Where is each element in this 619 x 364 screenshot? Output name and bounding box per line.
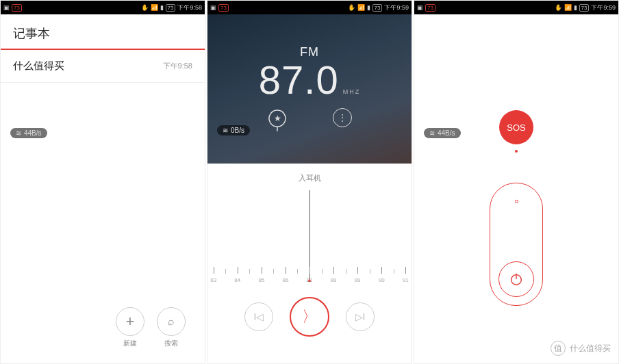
remote-led-icon bbox=[515, 200, 518, 203]
wifi-icon: 📶 bbox=[151, 4, 158, 11]
remote-control bbox=[490, 183, 543, 306]
battery-badge-left: 73 bbox=[12, 4, 22, 12]
indicator-dot bbox=[515, 150, 518, 153]
net-speed-badge: ≋ 44B/s bbox=[10, 128, 47, 138]
statusbar: ▣ 73 ✋ 📶 ▮ 73 下午9:59 bbox=[207, 1, 412, 14]
phone-notes: ▣ 73 ✋ 📶 ▮ 73 下午9:58 记事本 什么值得买 下午9:58 ≋ … bbox=[0, 0, 205, 364]
fm-unit: MHZ bbox=[343, 88, 361, 95]
note-time: 下午9:58 bbox=[163, 61, 192, 71]
prev-station-button[interactable]: I◁ bbox=[244, 302, 273, 331]
statusbar: ▣ 73 ✋ 📶 ▮ 73 下午9:59 bbox=[414, 1, 618, 14]
play-icon: 〉 bbox=[302, 307, 317, 327]
new-note-button[interactable]: + 新建 bbox=[116, 307, 144, 348]
sos-button[interactable]: SOS bbox=[499, 110, 533, 144]
battery-badge-left: 73 bbox=[218, 4, 229, 12]
signal-icon: ▮ bbox=[574, 4, 577, 11]
hand-icon: ✋ bbox=[555, 4, 562, 11]
note-item[interactable]: 什么值得买 下午9:58 bbox=[1, 50, 205, 83]
more-button[interactable]: ⋮ bbox=[333, 108, 352, 127]
plus-icon: + bbox=[126, 313, 135, 330]
play-button[interactable]: 〉 bbox=[290, 297, 329, 337]
favorite-button[interactable]: ★ bbox=[267, 108, 288, 133]
prev-icon: I◁ bbox=[254, 311, 264, 322]
clock: 下午9:58 bbox=[177, 3, 202, 12]
power-icon bbox=[509, 272, 524, 287]
next-icon: ▷I bbox=[355, 311, 366, 322]
clock: 下午9:59 bbox=[384, 3, 409, 12]
next-station-button[interactable]: ▷I bbox=[346, 302, 375, 331]
note-title: 什么值得买 bbox=[13, 60, 64, 73]
power-button[interactable] bbox=[498, 261, 534, 297]
dots-icon: ⋮ bbox=[338, 113, 346, 122]
svg-text:★: ★ bbox=[274, 114, 281, 123]
clock: 下午9:59 bbox=[591, 3, 616, 12]
frequency-dial[interactable]: 838485868788899091 bbox=[207, 190, 412, 293]
battery-badge-left: 73 bbox=[425, 4, 435, 12]
statusbar: ▣ 73 ✋ 📶 ▮ 73 下午9:58 bbox=[1, 1, 205, 14]
battery-badge: 73 bbox=[372, 4, 383, 12]
card-icon: ▣ bbox=[3, 4, 10, 11]
hand-icon: ✋ bbox=[348, 4, 355, 11]
audio-source: 入耳机 bbox=[299, 173, 321, 183]
net-speed-badge: ≋ 44B/s bbox=[424, 128, 461, 138]
battery-badge: 73 bbox=[579, 4, 590, 12]
signal-icon: ▮ bbox=[160, 4, 164, 11]
card-icon: ▣ bbox=[210, 4, 216, 11]
watermark: 值 什么值得买 bbox=[551, 341, 611, 356]
wifi-icon: 📶 bbox=[564, 4, 572, 11]
battery-badge: 73 bbox=[166, 4, 176, 12]
card-icon: ▣ bbox=[417, 4, 423, 11]
wifi-icon: 📶 bbox=[357, 4, 365, 11]
notes-header: 记事本 bbox=[1, 14, 205, 50]
search-icon: ⌕ bbox=[168, 315, 175, 328]
hand-icon: ✋ bbox=[141, 4, 149, 11]
dial-needle bbox=[310, 190, 310, 279]
phone-sos: ▣ 73 ✋ 📶 ▮ 73 下午9:59 ≋ 44B/s SOS bbox=[414, 0, 619, 364]
watermark-icon: 值 bbox=[551, 341, 566, 356]
signal-icon: ▮ bbox=[367, 4, 370, 11]
search-button[interactable]: ⌕ 搜索 bbox=[157, 307, 186, 348]
phone-fm: ▣ 73 ✋ 📶 ▮ 73 下午9:59 FM 87.0 MHZ ★ ⋮ ≋ 0… bbox=[207, 0, 412, 364]
net-speed-badge: ≋ 0B/s bbox=[217, 125, 250, 135]
wifi-icon: ≋ bbox=[429, 129, 435, 137]
fm-display: FM 87.0 MHZ ★ ⋮ ≋ 0B/s bbox=[207, 14, 412, 164]
fm-frequency: 87.0 MHZ bbox=[259, 57, 360, 103]
watermark-text: 什么值得买 bbox=[570, 343, 611, 354]
wifi-icon: ≋ bbox=[16, 129, 21, 137]
wifi-icon: ≋ bbox=[223, 127, 228, 134]
